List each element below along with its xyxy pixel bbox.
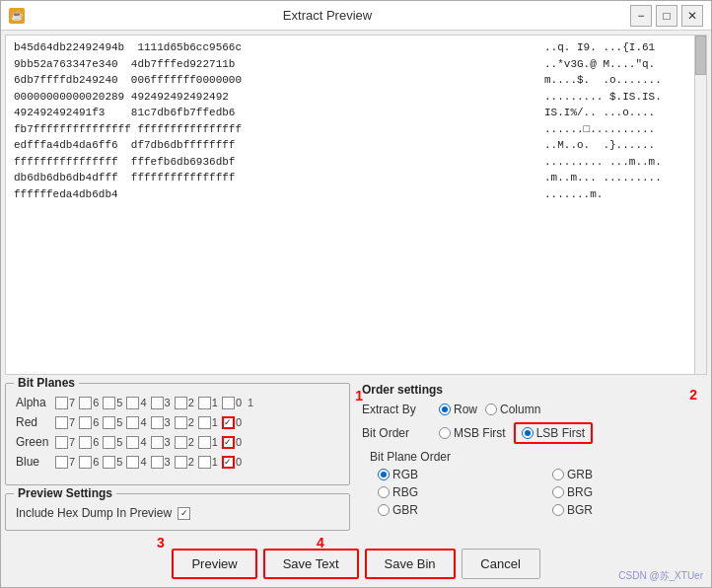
grb-radio[interactable] [552,469,564,480]
red-bit-6[interactable]: 6 [79,416,99,429]
red-cb-4[interactable] [126,416,139,429]
blue-bit-2[interactable]: 2 [175,456,194,469]
green-bit-1[interactable]: 1 [198,436,218,449]
green-cb-6[interactable] [79,436,92,449]
red-bit-3[interactable]: 3 [151,416,171,429]
blue-cb-7[interactable] [55,456,68,469]
green-bit-3[interactable]: 3 [151,436,171,449]
bit-plane-order-title: Bit Plane Order [370,450,707,464]
red-cb-3[interactable] [151,416,164,429]
blue-cb-4[interactable] [126,456,139,469]
scrollbar-thumb[interactable] [695,36,706,75]
red-bit-1[interactable]: 1 [198,416,218,429]
green-cb-3[interactable] [151,436,164,449]
brg-option[interactable]: BRG [552,485,707,499]
alpha-bit-4[interactable]: 4 [126,397,146,409]
column-radio[interactable] [485,404,497,415]
green-bit-6[interactable]: 6 [79,436,99,449]
include-hex-checkbox[interactable] [178,507,190,520]
alpha-bit-1[interactable]: 1 [198,397,218,409]
alpha-cb-7[interactable] [55,397,68,409]
red-cb-1[interactable] [198,416,211,429]
blue-cb-1[interactable] [198,456,211,469]
grb-option[interactable]: GRB [552,468,707,481]
alpha-bit-5[interactable]: 5 [103,397,122,409]
cancel-button[interactable]: Cancel [462,549,540,579]
gbr-radio[interactable] [378,504,390,516]
include-hex-label: Include Hex Dump In Preview [16,506,172,520]
blue-cb-2[interactable] [175,456,187,469]
blue-bit-7[interactable]: 7 [55,456,75,469]
row-radio[interactable] [439,404,451,415]
gbr-option[interactable]: GBR [378,503,533,517]
extract-by-label: Extract By [362,403,431,416]
msb-first-option[interactable]: MSB First [439,426,506,440]
minimize-button[interactable]: − [630,5,652,27]
red-cb-2[interactable] [175,416,187,429]
brg-radio[interactable] [552,486,564,498]
blue-bit-3[interactable]: 3 [151,456,171,469]
blue-bit-0-highlighted[interactable]: 0 [222,456,242,469]
blue-cb-6[interactable] [79,456,92,469]
close-button[interactable]: ✕ [681,5,703,27]
red-bit-5[interactable]: 5 [103,416,122,429]
green-bit-0-highlighted[interactable]: 0 [222,436,242,449]
maximize-button[interactable]: □ [656,5,677,27]
green-bit-4[interactable]: 4 [126,436,146,449]
preview-button[interactable]: Preview [172,549,256,579]
alpha-cb-3[interactable] [151,397,164,409]
green-cb-0[interactable] [222,436,235,449]
alpha-bit-2[interactable]: 2 [175,397,194,409]
preview-settings-title: Preview Settings [14,486,116,500]
green-bit-7[interactable]: 7 [55,436,75,449]
save-text-button[interactable]: Save Text [263,549,359,579]
bgr-option[interactable]: BGR [552,503,707,517]
alpha-cb-6[interactable] [79,397,92,409]
alpha-bit-6[interactable]: 6 [79,397,99,409]
green-cb-2[interactable] [175,436,187,449]
extract-by-column-option[interactable]: Column [485,403,540,416]
rbg-option[interactable]: RBG [378,485,533,499]
alpha-bit-3[interactable]: 3 [151,397,171,409]
red-cb-0[interactable] [222,416,235,429]
grb-label: GRB [567,468,593,481]
alpha-cb-5[interactable] [103,397,115,409]
green-cb-1[interactable] [198,436,211,449]
alpha-cb-2[interactable] [175,397,187,409]
blue-bit-5[interactable]: 5 [103,456,122,469]
bpo-grid: RGB GRB RBG BRG [378,468,707,517]
msb-radio[interactable] [439,427,451,439]
red-cb-6[interactable] [79,416,92,429]
lsb-first-option[interactable]: LSB First [514,422,593,444]
red-cb-7[interactable] [55,416,68,429]
green-bit-2[interactable]: 2 [175,436,194,449]
red-cb-5[interactable] [103,416,115,429]
blue-bit-1[interactable]: 1 [198,456,218,469]
blue-bit-4[interactable]: 4 [126,456,146,469]
extract-by-row-option[interactable]: Row [439,403,477,416]
green-cb-5[interactable] [103,436,115,449]
red-bit-0-highlighted[interactable]: 0 [222,416,242,429]
blue-cb-3[interactable] [151,456,164,469]
rbg-radio[interactable] [378,486,390,498]
lsb-radio[interactable] [522,427,534,439]
red-bit-2[interactable]: 2 [175,416,194,429]
bgr-radio[interactable] [552,504,564,516]
alpha-cb-4[interactable] [126,397,139,409]
alpha-cb-0[interactable] [222,397,235,409]
blue-bit-6[interactable]: 6 [79,456,99,469]
rgb-option[interactable]: RGB [378,468,533,481]
blue-cb-0[interactable] [222,456,235,469]
red-bit-4[interactable]: 4 [126,416,146,429]
alpha-cb-1[interactable] [198,397,211,409]
alpha-bit-7[interactable]: 7 [55,397,75,409]
blue-cb-5[interactable] [103,456,115,469]
scrollbar[interactable] [694,36,706,374]
green-cb-4[interactable] [126,436,139,449]
green-bit-5[interactable]: 5 [103,436,122,449]
rgb-radio[interactable] [378,469,390,480]
alpha-bit-0[interactable]: 0 [222,397,242,409]
red-bit-7[interactable]: 7 [55,416,75,429]
save-bin-button[interactable]: Save Bin [365,549,456,579]
green-cb-7[interactable] [55,436,68,449]
